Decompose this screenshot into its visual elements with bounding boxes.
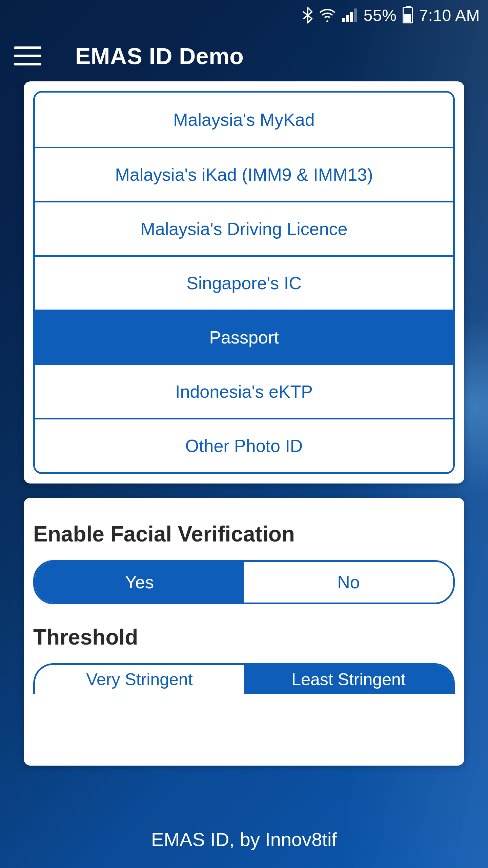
clock: 7:10 AM bbox=[419, 6, 480, 25]
threshold-very-option[interactable]: Very Stringent bbox=[35, 665, 244, 694]
facial-toggle: Yes No bbox=[33, 560, 455, 604]
app-bar: EMAS ID Demo bbox=[0, 31, 488, 81]
facial-yes-option[interactable]: Yes bbox=[35, 562, 244, 603]
battery-percent: 55% bbox=[364, 6, 397, 25]
menu-icon[interactable] bbox=[14, 46, 41, 65]
facial-title: Enable Facial Verification bbox=[33, 521, 455, 547]
doc-type-list: Malaysia's MyKadMalaysia's iKad (IMM9 & … bbox=[33, 91, 455, 474]
page-title: EMAS ID Demo bbox=[75, 43, 244, 69]
svg-rect-0 bbox=[342, 18, 345, 22]
threshold-title: Threshold bbox=[33, 625, 455, 650]
doc-type-option[interactable]: Indonesia's eKTP bbox=[35, 364, 453, 418]
footer-text: EMAS ID, by Innov8tif bbox=[0, 810, 488, 868]
svg-rect-1 bbox=[346, 15, 349, 22]
threshold-toggle: Very Stringent Least Stringent bbox=[33, 663, 455, 694]
bluetooth-icon bbox=[303, 7, 313, 24]
facial-no-option[interactable]: No bbox=[244, 562, 453, 603]
doc-type-option[interactable]: Malaysia's MyKad bbox=[35, 93, 453, 147]
battery-icon bbox=[403, 7, 413, 23]
svg-rect-2 bbox=[350, 12, 353, 22]
cell-signal-icon bbox=[342, 8, 358, 22]
doc-type-card: Malaysia's MyKadMalaysia's iKad (IMM9 & … bbox=[24, 81, 464, 484]
doc-type-option[interactable]: Other Photo ID bbox=[35, 418, 453, 472]
facial-card: Enable Facial Verification Yes No Thresh… bbox=[24, 498, 464, 766]
doc-type-option[interactable]: Passport bbox=[35, 310, 453, 364]
threshold-least-option[interactable]: Least Stringent bbox=[244, 665, 453, 694]
doc-type-option[interactable]: Malaysia's iKad (IMM9 & IMM13) bbox=[35, 147, 453, 201]
status-bar: 55% 7:10 AM bbox=[0, 0, 488, 31]
wifi-icon bbox=[319, 8, 336, 22]
content-area: Malaysia's MyKadMalaysia's iKad (IMM9 & … bbox=[0, 81, 488, 810]
doc-type-option[interactable]: Singapore's IC bbox=[35, 255, 453, 310]
doc-type-option[interactable]: Malaysia's Driving Licence bbox=[35, 201, 453, 255]
svg-rect-3 bbox=[354, 8, 357, 22]
